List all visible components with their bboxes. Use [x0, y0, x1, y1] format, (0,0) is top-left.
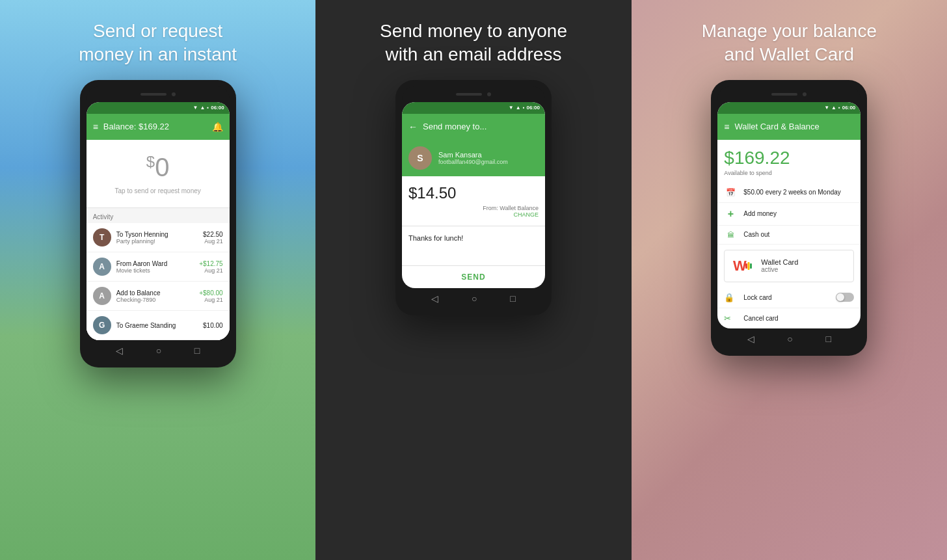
cancel-card-row[interactable]: ✂ Cancel card: [717, 308, 860, 328]
phone-2: ▼ ▲ ▪ 06:00 ← Send money to... S Sam Kan…: [395, 80, 552, 315]
app-bar-2: ← Send money to...: [402, 114, 545, 140]
panel-manage-balance: Manage your balanceand Wallet Card ▼ ▲ ▪…: [632, 0, 947, 560]
cancel-card-label: Cancel card: [743, 315, 778, 322]
schedule-text: $50.00 every 2 weeks on Monday: [743, 189, 841, 196]
send-button-area: SEND: [402, 265, 545, 288]
wifi-icon-3: ▼: [824, 105, 829, 111]
message-area[interactable]: Thanks for lunch!: [402, 226, 545, 265]
back-button-1[interactable]: ◁: [116, 345, 123, 356]
toggle-knob: [836, 293, 844, 301]
signal-icon-2: ▲: [516, 105, 521, 111]
phone-3-top: [717, 87, 860, 102]
hamburger-icon-3[interactable]: ≡: [724, 122, 729, 132]
panel-2-heading: Send money to anyonewith an email addres…: [354, 0, 593, 80]
amount-area[interactable]: $14.50 From: Wallet Balance CHANGE: [402, 176, 545, 226]
wallet-card-info: Wallet Card active: [761, 258, 798, 273]
add-money-action[interactable]: + Add money: [717, 203, 860, 226]
activity-label: Activity: [87, 208, 230, 223]
activity-sub-3: Checking-7890: [116, 297, 194, 303]
phone-3-screen: ▼ ▲ ▪ 06:00 ≡ Wallet Card & Balance $169…: [717, 102, 860, 328]
panel-3-heading: Manage your balanceand Wallet Card: [676, 0, 903, 80]
status-bar-2: ▼ ▲ ▪ 06:00: [402, 102, 545, 114]
bank-icon: 🏛: [724, 231, 737, 239]
wifi-icon: ▼: [193, 105, 198, 111]
home-button-2[interactable]: ○: [472, 293, 477, 304]
add-icon: +: [724, 208, 737, 220]
signal-icon-3: ▲: [831, 105, 836, 111]
activity-item-3[interactable]: A Add to Balance Checking-7890 +$80.00 A…: [87, 282, 230, 311]
activity-name-3: Add to Balance: [116, 289, 194, 297]
send-button[interactable]: SEND: [408, 273, 539, 282]
phone-speaker: [140, 93, 167, 96]
phone-1: ▼ ▲ ▪ 06:00 ≡ Balance: $169.22 🔔 $0 Tap …: [80, 80, 236, 367]
activity-item-1[interactable]: T To Tyson Henning Party planning! $22.5…: [87, 223, 230, 252]
avatar-2: A: [93, 258, 111, 276]
status-bar-1: ▼ ▲ ▪ 06:00: [87, 102, 230, 114]
panel-send-request: Send or requestmoney in an instant ▼ ▲ ▪…: [0, 0, 315, 560]
activity-section: Activity T To Tyson Henning Party planni…: [87, 208, 230, 340]
back-button-3[interactable]: ◁: [747, 334, 754, 344]
status-time-1: 06:00: [211, 105, 224, 111]
lock-card-row[interactable]: 🔒 Lock card: [717, 287, 860, 308]
home-button-3[interactable]: ○: [787, 334, 792, 344]
status-bar-3: ▼ ▲ ▪ 06:00: [717, 102, 860, 114]
activity-sub-1: Party planning!: [116, 238, 198, 245]
nav-bar-1: ◁ ○ □: [87, 340, 230, 361]
avatar-3: A: [93, 287, 111, 305]
panel-1-heading: Send or requestmoney in an instant: [53, 0, 263, 80]
cash-out-action[interactable]: 🏛 Cash out: [717, 226, 860, 245]
activity-name-1: To Tyson Henning: [116, 231, 198, 238]
activity-info-1: To Tyson Henning Party planning!: [116, 231, 198, 245]
back-icon[interactable]: ←: [408, 122, 418, 132]
activity-date-2: Aug 21: [199, 267, 222, 274]
bell-icon[interactable]: 🔔: [212, 122, 223, 132]
svg-rect-0: [745, 263, 747, 269]
lock-card-label: Lock card: [743, 294, 829, 301]
lock-toggle[interactable]: [836, 293, 854, 302]
panel-send-money: Send money to anyonewith an email addres…: [315, 0, 631, 560]
hamburger-icon[interactable]: ≡: [93, 122, 98, 132]
calendar-icon: 📅: [724, 188, 737, 197]
activity-info-2: From Aaron Ward Movie tickets: [116, 260, 194, 274]
wallet-card-status: active: [761, 266, 798, 273]
activity-date-3: Aug 21: [199, 297, 222, 303]
phone-2-screen: ▼ ▲ ▪ 06:00 ← Send money to... S Sam Kan…: [402, 102, 545, 288]
activity-item-2[interactable]: A From Aaron Ward Movie tickets +$12.75 …: [87, 252, 230, 282]
cash-out-text: Cash out: [743, 231, 769, 238]
battery-icon: ▪: [207, 105, 209, 111]
app-bar-3: ≡ Wallet Card & Balance: [717, 114, 860, 140]
recents-button-3[interactable]: □: [826, 334, 831, 344]
back-button-2[interactable]: ◁: [431, 293, 438, 304]
wallet-w-icon: W: [733, 258, 745, 274]
dollar-input[interactable]: $0: [100, 153, 217, 182]
recents-button-1[interactable]: □: [194, 345, 200, 356]
wallet-card-box[interactable]: W Wallet Card active: [724, 250, 854, 282]
phone-3: ▼ ▲ ▪ 06:00 ≡ Wallet Card & Balance $169…: [711, 80, 867, 356]
dollar-sign: $: [146, 153, 155, 170]
change-link[interactable]: CHANGE: [408, 211, 539, 218]
recents-button-2[interactable]: □: [510, 293, 515, 304]
schedule-action[interactable]: 📅 $50.00 every 2 weeks on Monday: [717, 183, 860, 203]
wallet-stripe-icon: [745, 262, 753, 270]
svg-rect-2: [750, 263, 752, 269]
send-amount-area[interactable]: $0 Tap to send or request money: [87, 140, 230, 208]
status-icons-3: ▼ ▲ ▪ 06:00: [824, 105, 855, 111]
activity-item-4[interactable]: G To Graeme Standing $10.00: [87, 311, 230, 340]
recipient-area: S Sam Kansara footballfan490@gmail.com: [402, 140, 545, 176]
activity-date-1: Aug 21: [203, 238, 223, 245]
activity-amount-col-1: $22.50 Aug 21: [203, 231, 223, 245]
battery-icon-2: ▪: [523, 105, 525, 111]
activity-amount-col-3: +$80.00 Aug 21: [199, 289, 222, 303]
avatar-1: T: [93, 228, 111, 247]
status-time-3: 06:00: [842, 105, 855, 111]
app-bar-title-1: Balance: $169.22: [103, 122, 207, 131]
nav-bar-2: ◁ ○ □: [402, 288, 545, 309]
phone-3-camera: [803, 92, 807, 96]
activity-name-2: From Aaron Ward: [116, 260, 194, 267]
status-icons: ▼ ▲ ▪ 06:00: [193, 105, 224, 111]
recipient-avatar: S: [408, 146, 432, 170]
avatar-4: G: [93, 316, 111, 334]
app-bar-title-2: Send money to...: [423, 122, 539, 131]
add-money-text: Add money: [743, 210, 777, 217]
home-button-1[interactable]: ○: [156, 345, 161, 356]
